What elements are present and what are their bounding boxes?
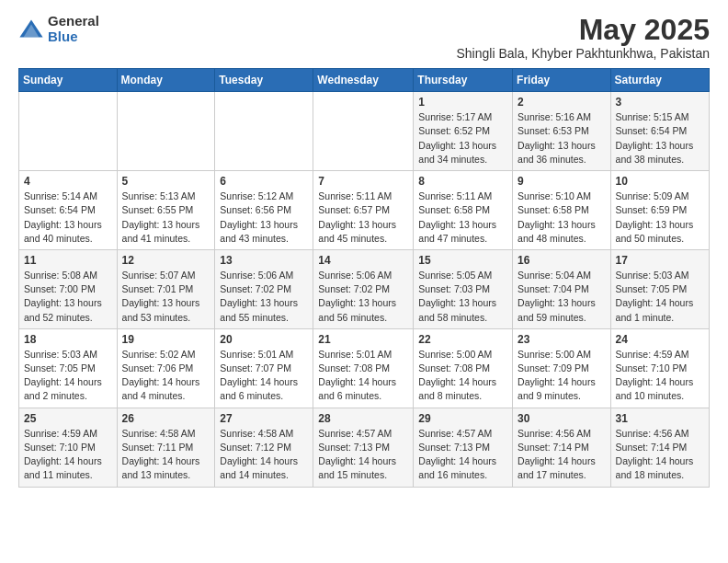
day-number: 31 <box>616 412 704 425</box>
day-cell <box>215 92 313 171</box>
week-row-4: 25Sunrise: 4:59 AM Sunset: 7:10 PM Dayli… <box>19 408 710 487</box>
day-cell: 13Sunrise: 5:06 AM Sunset: 7:02 PM Dayli… <box>215 249 313 328</box>
day-number: 24 <box>616 333 704 346</box>
day-number: 3 <box>616 96 704 109</box>
day-info: Sunrise: 5:06 AM Sunset: 7:02 PM Dayligh… <box>220 269 308 325</box>
day-number: 13 <box>220 254 308 267</box>
day-info: Sunrise: 5:00 AM Sunset: 7:09 PM Dayligh… <box>518 348 606 404</box>
day-cell: 17Sunrise: 5:03 AM Sunset: 7:05 PM Dayli… <box>610 249 709 328</box>
day-cell: 31Sunrise: 4:56 AM Sunset: 7:14 PM Dayli… <box>610 408 709 487</box>
day-cell: 19Sunrise: 5:02 AM Sunset: 7:06 PM Dayli… <box>117 328 215 408</box>
day-info: Sunrise: 5:11 AM Sunset: 6:58 PM Dayligh… <box>418 190 507 246</box>
logo-icon <box>18 17 44 42</box>
day-cell: 15Sunrise: 5:05 AM Sunset: 7:03 PM Dayli… <box>414 249 513 328</box>
day-cell: 5Sunrise: 5:13 AM Sunset: 6:55 PM Daylig… <box>117 171 215 250</box>
day-number: 2 <box>518 96 606 109</box>
day-info: Sunrise: 5:01 AM Sunset: 7:08 PM Dayligh… <box>318 348 408 404</box>
day-info: Sunrise: 5:10 AM Sunset: 6:58 PM Dayligh… <box>518 190 606 246</box>
day-info: Sunrise: 5:03 AM Sunset: 7:05 PM Dayligh… <box>24 348 112 404</box>
day-number: 10 <box>616 175 704 188</box>
day-number: 21 <box>318 333 408 346</box>
col-sunday: Sunday <box>19 69 118 92</box>
page-container: General Blue May 2025 Shingli Bala, Khyb… <box>0 0 728 497</box>
logo-general-label: General <box>48 14 99 29</box>
col-thursday: Thursday <box>414 69 513 92</box>
header-row: Sunday Monday Tuesday Wednesday Thursday… <box>19 69 710 92</box>
day-number: 6 <box>220 175 308 188</box>
col-saturday: Saturday <box>610 69 709 92</box>
day-number: 19 <box>122 333 210 346</box>
day-number: 29 <box>418 412 507 425</box>
day-cell: 11Sunrise: 5:08 AM Sunset: 7:00 PM Dayli… <box>19 249 118 328</box>
day-number: 23 <box>518 333 606 346</box>
subtitle: Shingli Bala, Khyber Pakhtunkhwa, Pakist… <box>457 46 711 61</box>
day-number: 30 <box>518 412 606 425</box>
day-number: 4 <box>24 175 112 188</box>
day-cell: 21Sunrise: 5:01 AM Sunset: 7:08 PM Dayli… <box>313 328 414 408</box>
day-number: 1 <box>418 96 507 109</box>
day-number: 25 <box>24 412 112 425</box>
day-number: 16 <box>518 254 606 267</box>
day-cell: 16Sunrise: 5:04 AM Sunset: 7:04 PM Dayli… <box>513 249 611 328</box>
header: General Blue May 2025 Shingli Bala, Khyb… <box>18 14 710 61</box>
day-cell: 4Sunrise: 5:14 AM Sunset: 6:54 PM Daylig… <box>19 171 118 250</box>
day-cell: 6Sunrise: 5:12 AM Sunset: 6:56 PM Daylig… <box>215 171 313 250</box>
day-number: 11 <box>24 254 112 267</box>
day-number: 5 <box>122 175 210 188</box>
calendar-table: Sunday Monday Tuesday Wednesday Thursday… <box>18 68 710 487</box>
col-tuesday: Tuesday <box>215 69 313 92</box>
title-block: May 2025 Shingli Bala, Khyber Pakhtunkhw… <box>457 14 711 61</box>
day-cell: 25Sunrise: 4:59 AM Sunset: 7:10 PM Dayli… <box>19 408 118 487</box>
day-info: Sunrise: 5:17 AM Sunset: 6:52 PM Dayligh… <box>418 110 507 167</box>
logo-blue-label: Blue <box>48 29 99 45</box>
day-cell: 12Sunrise: 5:07 AM Sunset: 7:01 PM Dayli… <box>117 249 215 328</box>
day-number: 9 <box>518 175 606 188</box>
day-info: Sunrise: 5:11 AM Sunset: 6:57 PM Dayligh… <box>318 190 408 246</box>
col-monday: Monday <box>117 69 215 92</box>
day-info: Sunrise: 5:07 AM Sunset: 7:01 PM Dayligh… <box>122 269 210 325</box>
day-info: Sunrise: 4:56 AM Sunset: 7:14 PM Dayligh… <box>518 427 606 483</box>
day-cell: 27Sunrise: 4:58 AM Sunset: 7:12 PM Dayli… <box>215 408 313 487</box>
day-number: 18 <box>24 333 112 346</box>
day-number: 22 <box>418 333 507 346</box>
main-title: May 2025 <box>457 14 711 46</box>
day-info: Sunrise: 5:06 AM Sunset: 7:02 PM Dayligh… <box>318 269 408 325</box>
day-cell: 10Sunrise: 5:09 AM Sunset: 6:59 PM Dayli… <box>610 171 709 250</box>
calendar-body: 1Sunrise: 5:17 AM Sunset: 6:52 PM Daylig… <box>19 92 710 487</box>
day-cell: 2Sunrise: 5:16 AM Sunset: 6:53 PM Daylig… <box>513 92 611 171</box>
day-cell: 30Sunrise: 4:56 AM Sunset: 7:14 PM Dayli… <box>513 408 611 487</box>
day-info: Sunrise: 5:02 AM Sunset: 7:06 PM Dayligh… <box>122 348 210 404</box>
day-info: Sunrise: 5:04 AM Sunset: 7:04 PM Dayligh… <box>518 269 606 325</box>
week-row-1: 4Sunrise: 5:14 AM Sunset: 6:54 PM Daylig… <box>19 171 710 250</box>
day-info: Sunrise: 4:59 AM Sunset: 7:10 PM Dayligh… <box>24 427 112 483</box>
day-info: Sunrise: 5:00 AM Sunset: 7:08 PM Dayligh… <box>418 348 507 404</box>
day-info: Sunrise: 4:58 AM Sunset: 7:12 PM Dayligh… <box>220 427 308 483</box>
day-cell: 14Sunrise: 5:06 AM Sunset: 7:02 PM Dayli… <box>313 249 414 328</box>
day-info: Sunrise: 5:01 AM Sunset: 7:07 PM Dayligh… <box>220 348 308 404</box>
week-row-2: 11Sunrise: 5:08 AM Sunset: 7:00 PM Dayli… <box>19 249 710 328</box>
day-number: 7 <box>318 175 408 188</box>
day-cell: 24Sunrise: 4:59 AM Sunset: 7:10 PM Dayli… <box>610 328 709 408</box>
day-info: Sunrise: 4:56 AM Sunset: 7:14 PM Dayligh… <box>616 427 704 483</box>
day-info: Sunrise: 5:05 AM Sunset: 7:03 PM Dayligh… <box>418 269 507 325</box>
day-info: Sunrise: 5:12 AM Sunset: 6:56 PM Dayligh… <box>220 190 308 246</box>
day-number: 20 <box>220 333 308 346</box>
logo-text: General Blue <box>48 14 99 44</box>
col-friday: Friday <box>513 69 611 92</box>
day-info: Sunrise: 5:15 AM Sunset: 6:54 PM Dayligh… <box>616 110 704 167</box>
calendar-header: Sunday Monday Tuesday Wednesday Thursday… <box>19 69 710 92</box>
col-wednesday: Wednesday <box>313 69 414 92</box>
day-number: 27 <box>220 412 308 425</box>
day-cell <box>19 92 118 171</box>
day-cell <box>313 92 414 171</box>
day-cell: 28Sunrise: 4:57 AM Sunset: 7:13 PM Dayli… <box>313 408 414 487</box>
day-info: Sunrise: 4:57 AM Sunset: 7:13 PM Dayligh… <box>318 427 408 483</box>
week-row-3: 18Sunrise: 5:03 AM Sunset: 7:05 PM Dayli… <box>19 328 710 408</box>
day-cell: 8Sunrise: 5:11 AM Sunset: 6:58 PM Daylig… <box>414 171 513 250</box>
day-info: Sunrise: 5:09 AM Sunset: 6:59 PM Dayligh… <box>616 190 704 246</box>
day-number: 14 <box>318 254 408 267</box>
day-number: 15 <box>418 254 507 267</box>
day-info: Sunrise: 5:13 AM Sunset: 6:55 PM Dayligh… <box>122 190 210 246</box>
day-cell: 22Sunrise: 5:00 AM Sunset: 7:08 PM Dayli… <box>414 328 513 408</box>
day-number: 28 <box>318 412 408 425</box>
